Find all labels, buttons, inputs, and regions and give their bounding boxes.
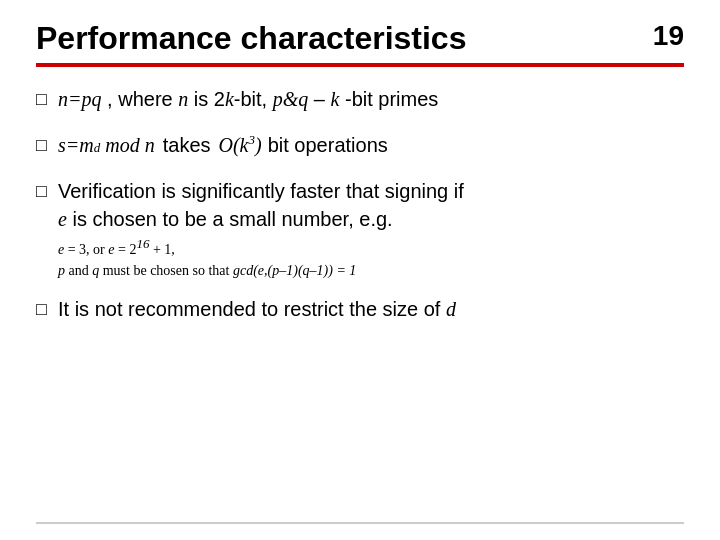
bullet-text-4: It is not recommended to restrict the si…: [58, 295, 684, 323]
eq216-text: = 2: [118, 242, 136, 257]
sub-line-2: p and q must be chosen so that gcd(e,(p–…: [58, 260, 684, 281]
k-var-2: k: [331, 88, 340, 110]
slide-title: Performance characteristics: [36, 20, 643, 57]
dash-text: –: [314, 88, 331, 110]
exp16: 16: [136, 236, 149, 251]
n-var: n: [178, 88, 188, 110]
ok3-formula: O(k3): [219, 131, 262, 159]
bit-primes: -bit primes: [345, 88, 438, 110]
bullet-item-1: □ n=pq , where n is 2k-bit, p&q – k -bit…: [36, 85, 684, 113]
equals: =: [66, 131, 80, 159]
verification-line1: Verification is significantly faster tha…: [58, 177, 684, 205]
must-be-text: must be chosen so that: [103, 263, 233, 278]
takes-text: takes: [163, 131, 211, 159]
p-var: p: [58, 263, 65, 278]
q-var: q: [92, 263, 99, 278]
mod-text: mod: [100, 131, 144, 159]
bullet-item-3: □ Verification is significantly faster t…: [36, 177, 684, 281]
sub-content-block: e = 3, or e = 216 + 1, p and q must be c…: [58, 239, 684, 281]
bullet-item-4: □ It is not recommended to restrict the …: [36, 295, 684, 323]
content-area: □ n=pq , where n is 2k-bit, p&q – k -bit…: [36, 85, 684, 323]
slide-number: 19: [653, 20, 684, 52]
s-var: s: [58, 131, 66, 159]
bullet-marker-4: □: [36, 299, 58, 320]
slide: Performance characteristics 19 □ n=pq , …: [0, 0, 720, 540]
bullet-text-1: n=pq , where n is 2k-bit, p&q – k -bit p…: [58, 85, 684, 113]
o-char: O(k: [219, 134, 249, 156]
e-var: e: [58, 208, 67, 230]
title-area: Performance characteristics 19: [36, 20, 684, 57]
is-chosen-text: is chosen to be a small number, e.g.: [72, 208, 392, 230]
is-2: is 2: [194, 88, 225, 110]
bit-text-1: -bit,: [234, 88, 273, 110]
eq3-text: = 3, or: [68, 242, 109, 257]
bullet-marker-3: □: [36, 181, 58, 202]
bullet-marker-2: □: [36, 135, 58, 156]
k-var-1: k: [225, 88, 234, 110]
restrict-text: It is not recommended to restrict the si…: [58, 298, 446, 320]
pq-var: p&q: [273, 88, 309, 110]
d-var: d: [446, 298, 456, 320]
comma-space: ,: [107, 88, 118, 110]
bullet-marker-1: □: [36, 89, 58, 110]
n-var-2: n: [145, 131, 155, 159]
bottom-divider: [36, 522, 684, 524]
red-divider: [36, 63, 684, 67]
bullet-text-2: s = m d mod n takes O(k3) bit operations: [58, 131, 684, 159]
and-text: and: [69, 263, 93, 278]
plus1-text: + 1,: [149, 242, 174, 257]
bullet-item-2: □ s = m d mod n takes O(k3) bit operatio…: [36, 131, 684, 159]
bit-operations-text: bit operations: [268, 131, 388, 159]
m-var: m: [79, 131, 93, 159]
bullet-text-3: Verification is significantly faster tha…: [58, 177, 684, 281]
e-eq-216: e: [108, 242, 114, 257]
npq-formula: n=pq: [58, 88, 102, 110]
close-paren: ): [255, 134, 262, 156]
smd-formula: s = m d mod n: [58, 131, 155, 159]
where-text: where: [118, 88, 178, 110]
e-eq3: e: [58, 242, 64, 257]
verification-line2: e is chosen to be a small number, e.g.: [58, 205, 684, 233]
gcd-formula: gcd(e,(p–1)(q–1)) = 1: [233, 263, 356, 278]
sub-line-1: e = 3, or e = 216 + 1,: [58, 239, 684, 260]
